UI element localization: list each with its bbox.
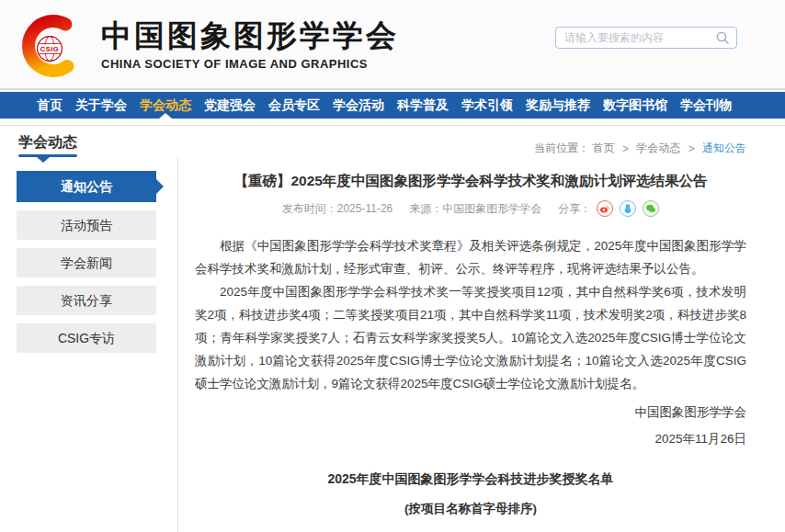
signature-org: 中国图象图形学学会 bbox=[195, 402, 746, 422]
award-list-heading: 2025年度中国图象图形学学会科技进步奖授奖名单 bbox=[195, 471, 746, 488]
nav-item-members[interactable]: 会员专区 bbox=[268, 92, 320, 119]
sidebar: 通知公告 活动预告 学会新闻 资讯分享 CSIG专访 bbox=[17, 171, 156, 361]
sidebar-item-info-share[interactable]: 资讯分享 bbox=[17, 286, 156, 315]
nav-item-news[interactable]: 学会动态 bbox=[140, 92, 191, 119]
breadcrumb-label: 当前位置： bbox=[534, 141, 589, 154]
sidebar-item-society-news[interactable]: 学会新闻 bbox=[17, 248, 156, 277]
breadcrumb-home[interactable]: 首页 bbox=[593, 141, 615, 154]
source-label: 来源： bbox=[409, 201, 442, 217]
award-list-subheading: (按项目名称首字母排序) bbox=[195, 501, 746, 517]
nav-item-awards[interactable]: 奖励与推荐 bbox=[526, 92, 590, 119]
sidebar-divider bbox=[177, 156, 178, 532]
nav-item-party[interactable]: 党建强会 bbox=[204, 92, 256, 119]
publish-time-value: 2025-11-26 bbox=[337, 202, 393, 215]
article-meta: 发布时间： 2025-11-26 来源： 中国图象图形学学会 分享： bbox=[195, 200, 746, 217]
search-box bbox=[555, 27, 737, 49]
nav-item-library[interactable]: 数字图书馆 bbox=[603, 92, 667, 119]
paragraph-1: 根据《中国图象图形学学会科学技术奖章程》及相关评选条例规定，2025年度中国图象… bbox=[195, 234, 746, 280]
breadcrumb-current[interactable]: 通知公告 bbox=[702, 141, 746, 154]
logo-text: 中国图象图形学学会 CHINA SOCIETY OF IMAGE AND GRA… bbox=[101, 17, 399, 71]
nav-item-science[interactable]: 科学普及 bbox=[397, 92, 449, 119]
csig-logo-icon: CSIG bbox=[15, 6, 92, 83]
sidebar-item-csig-interview[interactable]: CSIG专访 bbox=[17, 323, 156, 353]
breadcrumb-news[interactable]: 学会动态 bbox=[636, 141, 680, 154]
nav-item-journals[interactable]: 学会刊物 bbox=[680, 92, 732, 119]
logo-title-cn: 中国图象图形学学会 bbox=[101, 17, 399, 54]
nav-item-activities[interactable]: 学会活动 bbox=[333, 92, 384, 119]
nav-bottom-strip bbox=[0, 119, 785, 126]
wechat-share-icon[interactable] bbox=[643, 200, 659, 217]
sidebar-item-previews[interactable]: 活动预告 bbox=[17, 210, 156, 240]
page-title: 学会动态 bbox=[18, 133, 77, 153]
share-label: 分享： bbox=[558, 201, 591, 217]
nav-item-about[interactable]: 关于学会 bbox=[75, 92, 127, 119]
breadcrumb: 当前位置： 首页 > 学会动态 > 通知公告 bbox=[534, 141, 746, 156]
search-input[interactable] bbox=[556, 31, 715, 44]
breadcrumb-separator: > bbox=[688, 142, 695, 155]
signature: 中国图象图形学学会 2025年11月26日 bbox=[195, 402, 746, 448]
signature-date: 2025年11月26日 bbox=[195, 429, 746, 448]
weibo-share-icon[interactable] bbox=[597, 200, 613, 217]
nav-item-academic[interactable]: 学术引领 bbox=[461, 92, 513, 119]
article: 【重磅】2025年度中国图象图形学学会科学技术奖和激励计划评选结果公告 发布时间… bbox=[195, 171, 746, 532]
page-title-underline bbox=[18, 154, 77, 157]
logo-title-en: CHINA SOCIETY OF IMAGE AND GRAPHICS bbox=[101, 57, 399, 71]
article-body: 根据《中国图象图形学学会科学技术奖章程》及相关评选条例规定，2025年度中国图象… bbox=[195, 234, 746, 395]
article-title: 【重磅】2025年度中国图象图形学学会科学技术奖和激励计划评选结果公告 bbox=[195, 171, 746, 190]
site-header: CSIG 中国图象图形学学会 CHINA SOCIETY OF IMAGE AN… bbox=[0, 0, 785, 90]
logo[interactable]: CSIG 中国图象图形学学会 CHINA SOCIETY OF IMAGE AN… bbox=[15, 6, 399, 83]
search-icon[interactable] bbox=[715, 30, 730, 45]
source-value: 中国图象图形学学会 bbox=[442, 201, 541, 217]
page: CSIG 中国图象图形学学会 CHINA SOCIETY OF IMAGE AN… bbox=[0, 0, 785, 532]
qq-share-icon[interactable] bbox=[620, 200, 636, 217]
share-icons bbox=[597, 200, 659, 217]
publish-time-label: 发布时间： bbox=[282, 201, 337, 217]
sidebar-item-notices[interactable]: 通知公告 bbox=[17, 171, 156, 202]
breadcrumb-separator: > bbox=[622, 142, 629, 155]
paragraph-2: 2025年度中国图象图形学学会科学技术奖一等奖授奖项目12项，其中自然科学奖6项… bbox=[195, 280, 746, 395]
nav-item-home[interactable]: 首页 bbox=[37, 92, 63, 119]
logo-emblem-text: CSIG bbox=[40, 45, 59, 53]
main-nav: 首页 关于学会 学会动态 党建强会 会员专区 学会活动 科学普及 学术引领 奖励… bbox=[0, 92, 785, 119]
